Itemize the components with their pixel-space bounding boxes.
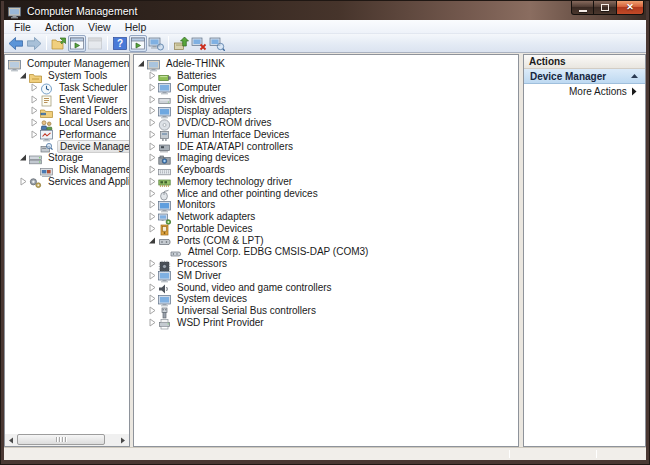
expand-arrow-icon[interactable] (148, 271, 157, 280)
device-tree-item[interactable]: Processors (134, 258, 518, 270)
device-tree-item[interactable]: Universal Serial Bus controllers (134, 305, 518, 317)
minimize-button[interactable] (571, 1, 594, 15)
device-tree-item[interactable]: Imaging devices (134, 152, 518, 164)
expand-arrow-icon[interactable] (148, 294, 157, 303)
console-tree-item[interactable]: Shared Folders (5, 105, 129, 117)
device-tree-item[interactable]: Memory technology driver (134, 176, 518, 188)
expand-arrow-icon[interactable] (148, 212, 157, 221)
device-tree-item[interactable]: WSD Print Provider (134, 317, 518, 329)
expand-arrow-icon[interactable] (148, 318, 157, 327)
device-tree-item[interactable]: System devices (134, 293, 518, 305)
export-list-button[interactable] (50, 35, 68, 52)
expand-arrow-icon[interactable] (30, 130, 39, 139)
maximize-button[interactable] (594, 1, 617, 15)
usb-icon (158, 305, 172, 317)
collapse-arrow-icon[interactable] (137, 59, 146, 68)
console-tree-item[interactable]: Computer Management (Local (5, 58, 129, 70)
expand-arrow-icon[interactable] (148, 153, 157, 162)
device-tree-item[interactable]: Network adapters (134, 211, 518, 223)
close-button[interactable]: ✕ (617, 1, 644, 15)
expand-arrow-icon[interactable] (148, 95, 157, 104)
device-tree-item[interactable]: Adele-THINK (134, 58, 518, 70)
back-button[interactable] (7, 35, 25, 52)
scrollbar-thumb[interactable] (17, 434, 105, 445)
expand-arrow-icon[interactable] (148, 130, 157, 139)
expand-arrow-icon[interactable] (30, 83, 39, 92)
scan-for-hardware-changes-button[interactable] (208, 35, 226, 52)
expand-arrow-icon[interactable] (148, 200, 157, 209)
update-driver-software-button[interactable] (172, 35, 190, 52)
battery-icon (158, 70, 172, 82)
expand-arrow-icon[interactable] (148, 306, 157, 315)
device-tree-item[interactable]: Human Interface Devices (134, 129, 518, 141)
device-tree-item[interactable]: Ports (COM & LPT) (134, 234, 518, 246)
scroll-left-button[interactable] (5, 434, 17, 446)
expand-arrow-icon[interactable] (148, 224, 157, 233)
uninstall-button[interactable] (190, 35, 208, 52)
actions-section-device-manager[interactable]: Device Manager (524, 69, 645, 84)
expand-arrow-icon[interactable] (148, 83, 157, 92)
collapse-arrow-icon[interactable] (148, 236, 157, 245)
show-action-pane-button[interactable] (129, 35, 147, 52)
properties-button[interactable] (86, 35, 104, 52)
console-tree-item[interactable]: Event Viewer (5, 93, 129, 105)
device-tree-item[interactable]: Computer (134, 82, 518, 94)
device-tree-item[interactable]: Batteries (134, 70, 518, 82)
scroll-right-icon (120, 437, 126, 444)
expand-arrow-icon[interactable] (148, 283, 157, 292)
expand-arrow-icon[interactable] (19, 177, 28, 186)
tree-item-label: Batteries (175, 70, 218, 81)
tree-item-label: Universal Serial Bus controllers (175, 305, 318, 316)
computer-small-icon (158, 293, 172, 305)
title-bar[interactable]: Computer Management ✕ (4, 1, 646, 20)
console-tree-item[interactable]: System Tools (5, 70, 129, 82)
device-tree-item[interactable]: Disk drives (134, 93, 518, 105)
expand-arrow-icon[interactable] (148, 142, 157, 151)
device-tree-item[interactable]: IDE ATA/ATAPI controllers (134, 140, 518, 152)
device-tree-item[interactable]: Monitors (134, 199, 518, 211)
device-tree-item[interactable]: Sound, video and game controllers (134, 281, 518, 293)
expand-arrow-icon[interactable] (148, 106, 157, 115)
menu-action[interactable]: Action (38, 20, 81, 34)
scroll-left-icon (8, 437, 14, 444)
expand-arrow-icon[interactable] (148, 71, 157, 80)
expand-arrow-icon[interactable] (148, 118, 157, 127)
console-tree-item[interactable]: Disk Management (5, 164, 129, 176)
menu-help[interactable]: Help (118, 20, 154, 34)
device-tree-item[interactable]: Keyboards (134, 164, 518, 176)
menu-file[interactable]: File (7, 20, 38, 34)
console-button[interactable] (147, 35, 165, 52)
more-actions-item[interactable]: More Actions (524, 84, 645, 99)
collapse-arrow-icon[interactable] (19, 153, 28, 162)
collapse-arrow-icon[interactable] (19, 71, 28, 80)
device-tree-item[interactable]: SM Driver (134, 270, 518, 282)
scroll-right-button[interactable] (117, 434, 129, 446)
expand-arrow-icon[interactable] (148, 189, 157, 198)
expand-arrow-icon[interactable] (148, 177, 157, 186)
console-tree-item[interactable]: Performance (5, 129, 129, 141)
expand-arrow-icon[interactable] (148, 165, 157, 174)
scrollbar-track[interactable] (17, 434, 117, 446)
device-tree-item[interactable]: Atmel Corp. EDBG CMSIS-DAP (COM3) (134, 246, 518, 258)
device-tree-item[interactable]: Portable Devices (134, 223, 518, 235)
forward-button[interactable] (25, 35, 43, 52)
disk-management-icon (40, 164, 54, 176)
horizontal-scrollbar[interactable] (5, 434, 129, 446)
uninstall-device-icon (191, 36, 207, 51)
chevron-up-icon[interactable] (630, 73, 639, 79)
expand-arrow-icon[interactable] (30, 106, 39, 115)
menu-view[interactable]: View (81, 20, 118, 34)
expand-arrow-icon[interactable] (148, 259, 157, 268)
console-tree-item[interactable]: Local Users and Groups (5, 117, 129, 129)
console-tree-item[interactable]: Services and Applications (5, 176, 129, 188)
expand-arrow-icon[interactable] (30, 118, 39, 127)
device-tree-item[interactable]: DVD/CD-ROM drives (134, 117, 518, 129)
help-button[interactable]: ? (111, 35, 129, 52)
device-tree-item[interactable]: Display adapters (134, 105, 518, 117)
console-tree-item[interactable]: Device Manager (5, 140, 129, 152)
device-tree-item[interactable]: Mice and other pointing devices (134, 187, 518, 199)
console-tree-item[interactable]: Task Scheduler (5, 82, 129, 94)
expand-arrow-icon[interactable] (30, 95, 39, 104)
show-console-tree-button[interactable] (68, 35, 86, 52)
console-tree-item[interactable]: Storage (5, 152, 129, 164)
